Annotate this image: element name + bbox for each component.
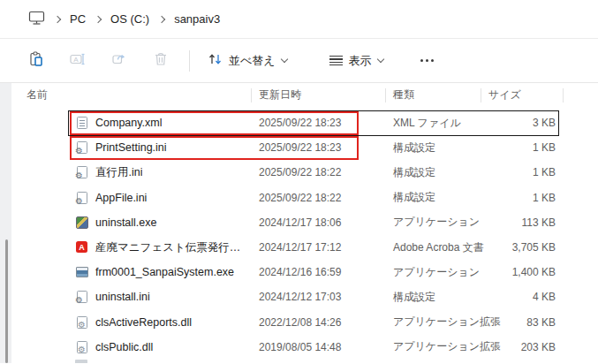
chevron-right-icon — [158, 15, 165, 22]
file-name-cell: uninstall.exe — [11, 216, 252, 230]
table-row[interactable]: uninstall.ini 2024/12/12 17:03 構成設定 4 KB — [11, 284, 598, 309]
file-name-cell: PrintSetting.ini — [11, 140, 252, 155]
dll-file-icon — [75, 340, 89, 354]
column-header-size[interactable]: サイズ — [481, 83, 564, 107]
share-button[interactable] — [106, 48, 132, 74]
dll-file-icon — [75, 315, 89, 330]
table-row[interactable]: 産廃マニフェスト伝票発行システムVer.3オペマ... 2024/12/17 1… — [11, 235, 598, 260]
file-modified: 2024/12/17 17:12 — [252, 241, 386, 254]
file-size: 113 KB — [481, 216, 564, 229]
chevron-right-icon — [54, 15, 61, 22]
table-row[interactable]: PrintSetting.ini 2025/09/22 18:23 構成設定 1… — [11, 135, 598, 160]
file-modified: 2022/12/08 14:26 — [252, 316, 386, 329]
file-size: 1 KB — [481, 141, 564, 154]
trash-icon — [153, 51, 169, 71]
file-name: clsActiveReports.dll — [95, 316, 192, 329]
file-modified: 2024/12/16 16:59 — [252, 266, 386, 278]
breadcrumb-item[interactable]: PC — [70, 12, 86, 26]
view-lines-icon — [329, 56, 343, 65]
ini-file-icon — [75, 140, 89, 155]
file-modified: 2019/08/05 14:48 — [252, 341, 386, 353]
breadcrumb: PC OS (C:) sanpaiv3 — [0, 0, 598, 39]
file-type: XML ファイル — [386, 116, 481, 131]
file-size: 4 KB — [481, 291, 564, 303]
file-rows: Company.xml 2025/09/22 18:23 XML ファイル 3 … — [11, 110, 598, 360]
file-name: 直行用.ini — [95, 165, 142, 180]
file-type: 構成設定 — [386, 290, 481, 305]
column-header-blank — [564, 83, 598, 107]
file-name-cell: clsPublic.dll — [11, 340, 252, 354]
file-type: アプリケーション — [386, 265, 481, 280]
sort-descending-icon — [292, 85, 297, 97]
command-toolbar: A — [0, 39, 598, 83]
table-row[interactable]: clsActiveReports.dll 2022/12/08 14:26 アプ… — [11, 310, 598, 335]
rename-button[interactable]: A — [64, 48, 91, 74]
column-header-modified[interactable]: 更新日時 — [252, 83, 386, 107]
sort-arrows-icon — [208, 52, 223, 69]
sort-button[interactable]: 並べ替え — [201, 48, 294, 74]
file-type: 構成設定 — [386, 165, 481, 180]
file-type: アプリケーション拡張 — [386, 339, 481, 354]
ini-file-icon — [75, 191, 89, 205]
file-name: AppFile.ini — [95, 192, 147, 204]
clipped-file-icon — [75, 360, 87, 363]
breadcrumb-item[interactable]: sanpaiv3 — [174, 12, 220, 26]
file-name: uninstall.ini — [95, 291, 150, 303]
file-size: 1,400 KB — [481, 266, 564, 278]
table-row[interactable]: uninstall.exe 2024/12/17 18:06 アプリケーション … — [11, 210, 598, 235]
column-header-row: 名前 更新日時 種類 サイズ — [11, 83, 598, 107]
ini-file-icon — [75, 165, 89, 179]
file-name: PrintSetting.ini — [95, 141, 167, 154]
table-row[interactable]: Company.xml 2025/09/22 18:23 XML ファイル 3 … — [11, 110, 598, 135]
file-size: 3 KB — [481, 117, 564, 129]
file-name: 産廃マニフェスト伝票発行システムVer.3オペマ... — [95, 240, 252, 255]
file-type: アプリケーション拡張 — [386, 315, 481, 330]
svg-text:A: A — [73, 55, 79, 63]
file-name: frm0001_SanpaiSystem.exe — [95, 266, 234, 278]
ini-file-icon — [75, 290, 89, 304]
sort-label: 並べ替え — [229, 53, 276, 69]
toolbar-separator — [189, 50, 190, 72]
content-area: 名前 更新日時 種類 サイズ Company.xml 2025/ — [0, 83, 598, 363]
scrollbar-thumb[interactable] — [5, 239, 8, 363]
table-row[interactable]: frm0001_SanpaiSystem.exe 2024/12/16 16:5… — [11, 260, 598, 284]
file-size: 3,705 KB — [481, 241, 564, 254]
column-header-type[interactable]: 種類 — [386, 83, 481, 107]
file-type: 構成設定 — [386, 140, 481, 155]
table-row[interactable]: AppFile.ini 2025/09/22 18:22 構成設定 1 KB — [11, 186, 598, 210]
table-row[interactable]: 直行用.ini 2025/09/22 18:22 構成設定 1 KB — [11, 160, 598, 185]
delete-button[interactable] — [148, 48, 174, 74]
this-pc-icon[interactable] — [28, 11, 45, 28]
file-type: 構成設定 — [386, 190, 481, 205]
column-header-name[interactable]: 名前 — [11, 83, 252, 107]
file-modified: 2024/12/12 17:03 — [252, 291, 386, 303]
file-name-cell: 産廃マニフェスト伝票発行システムVer.3オペマ... — [11, 240, 252, 255]
more-options-button[interactable] — [420, 59, 434, 62]
file-modified: 2025/09/22 18:22 — [252, 166, 386, 178]
file-modified: 2025/09/22 18:23 — [252, 141, 386, 154]
left-rail — [0, 83, 11, 363]
paste-icon — [28, 51, 44, 71]
installer-app-icon — [75, 216, 89, 230]
file-modified: 2024/12/17 18:06 — [252, 216, 386, 229]
file-size: 1 KB — [481, 166, 564, 178]
file-size: 1 KB — [481, 192, 564, 204]
file-name-cell: Company.xml — [11, 116, 252, 130]
file-type: アプリケーション — [386, 215, 481, 230]
file-size: 203 KB — [481, 341, 564, 353]
file-list-pane: 名前 更新日時 種類 サイズ Company.xml 2025/ — [11, 83, 598, 363]
file-name: Company.xml — [95, 117, 162, 129]
file-name: uninstall.exe — [95, 216, 157, 229]
view-button[interactable]: 表示 — [322, 48, 390, 74]
chevron-down-icon — [280, 56, 287, 63]
file-modified: 2025/09/22 18:23 — [252, 117, 386, 129]
partial-next-row — [11, 360, 598, 364]
table-row[interactable]: clsPublic.dll 2019/08/05 14:48 アプリケーション拡… — [11, 335, 598, 360]
view-label: 表示 — [349, 53, 372, 69]
paste-button[interactable] — [23, 48, 49, 74]
pdf-file-icon — [75, 240, 89, 254]
chevron-right-icon — [95, 15, 102, 22]
chevron-down-icon — [376, 56, 383, 63]
breadcrumb-item[interactable]: OS (C:) — [110, 12, 149, 26]
file-name-cell: clsActiveReports.dll — [11, 315, 252, 330]
